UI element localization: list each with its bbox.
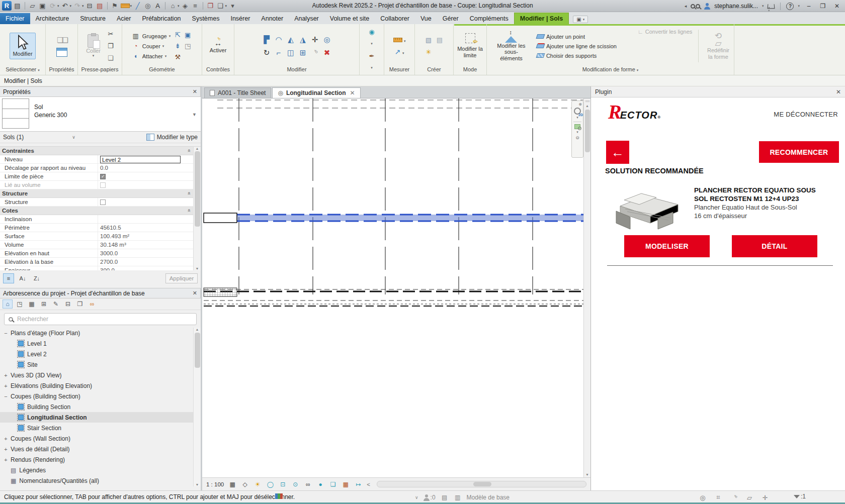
tree-toggle-icon[interactable]: + (3, 457, 9, 463)
detail-level-icon[interactable]: ▦ (228, 480, 236, 488)
tree-item-coupes-building-section-[interactable]: −Coupes (Building Section) (0, 391, 201, 401)
move-icon[interactable]: ✛ (310, 35, 319, 44)
restore-button[interactable]: ❐ (818, 3, 828, 10)
reveal-hidden-icon[interactable]: ∞ (304, 480, 312, 488)
cut-icon[interactable]: ✂ (106, 30, 115, 39)
copy-monitor-icon[interactable]: ❐ (206, 2, 215, 10)
wall-join-icon[interactable]: ⇱ (173, 31, 182, 40)
mirror-axis-icon[interactable]: ◭ (286, 35, 295, 44)
minimize-button[interactable]: – (804, 3, 814, 10)
temporary-hide-icon[interactable]: ● (316, 480, 324, 488)
model-button[interactable]: MODELISER (624, 235, 710, 257)
analytical-model-icon[interactable]: ↦ (354, 480, 362, 488)
isolate-icon[interactable]: ❏ (329, 480, 337, 488)
tree-toggle-icon[interactable]: + (3, 436, 9, 442)
windows-arrow[interactable]: ▾ (225, 4, 227, 8)
scale-control[interactable]: 1 : 100 (206, 481, 224, 487)
tree-item-building-section[interactable]: Building Section (0, 401, 201, 412)
sun-path-icon[interactable]: ☀ (254, 480, 262, 488)
home-arrow[interactable]: ▾ (178, 4, 180, 8)
mirror-draw-icon[interactable]: ◮ (298, 35, 307, 44)
shadows-icon[interactable]: ◯ (266, 480, 274, 488)
filter-arrow-icon[interactable]: ∨ (72, 135, 75, 140)
type-properties-icon[interactable]: ❏❏ (57, 36, 66, 45)
copy-icon[interactable]: ❐ (106, 42, 115, 51)
select-links-icon[interactable]: ◎ (698, 493, 707, 502)
restart-button[interactable]: RECOMMENCER (759, 141, 839, 163)
create-group-icon[interactable]: ▧ (424, 36, 433, 45)
manage-list-icon[interactable]: ≡ (191, 2, 200, 10)
demolish-icon[interactable]: ⚒ (173, 53, 182, 62)
save-icon[interactable]: ▣ (38, 2, 47, 10)
tree-item-site[interactable]: Site (0, 359, 201, 370)
property-value-input[interactable]: Level 2 (100, 156, 181, 163)
back-button[interactable]: ← (606, 141, 629, 164)
tree-item-rendus-rendering-[interactable]: +Rendus (Rendering) (0, 454, 201, 465)
paste-match-icon[interactable]: ❏ (106, 54, 115, 63)
crop-view-icon[interactable]: ⊡ (279, 480, 287, 488)
sheet-edit-icon[interactable]: ✎ (51, 299, 61, 309)
windows-icon[interactable]: ❑ (216, 2, 225, 10)
hidden-elements-arrow[interactable]: ▾ (371, 42, 373, 46)
override-graphics-icon[interactable]: ✒ (367, 51, 376, 60)
collapse-icon[interactable]: » (186, 149, 192, 152)
view-marker-icon[interactable]: ◈ (181, 2, 190, 10)
text-note-icon[interactable]: A (153, 2, 162, 10)
split-panel-icon[interactable]: ⊟ (63, 299, 73, 309)
add-point-button[interactable]: Ajouter un point (537, 34, 617, 40)
tab-g-rer[interactable]: Gérer (437, 13, 464, 24)
tree-item-vues-de-d-tail-detail-[interactable]: +Vues de détail (Detail) (0, 444, 201, 454)
modify-sub-elements-button[interactable]: Modifier les sous-éléments (492, 29, 531, 63)
horizontal-scrollbar[interactable] (377, 481, 586, 487)
link-icon[interactable]: ∞ (87, 299, 97, 309)
help-icon[interactable]: ? (786, 3, 794, 10)
plugin-close-icon[interactable]: ✕ (836, 88, 841, 95)
sort-default-icon[interactable]: ≡ (3, 273, 14, 283)
navbar-close-icon[interactable]: ⊗ (578, 102, 582, 107)
user-menu-arrow[interactable]: ▾ (762, 4, 764, 8)
zoom-region-icon[interactable] (574, 124, 580, 129)
checkbox-checked[interactable] (100, 174, 106, 179)
editing-requests[interactable]: :0 (424, 494, 436, 501)
export-doc-icon[interactable]: ▤ (96, 2, 104, 10)
paste-button[interactable]: Coller▾ (83, 33, 103, 60)
rotate-icon[interactable]: ↻ (262, 48, 271, 57)
tree-item-longitudinal-section[interactable]: Longitudinal Section (0, 412, 201, 423)
reveal-constraints-icon[interactable]: ▦ (342, 480, 350, 488)
property-section-structure[interactable]: Structure» (0, 189, 193, 198)
sort-za-icon[interactable]: Z↓ (31, 273, 42, 283)
undo-icon[interactable]: ↶ (61, 2, 69, 10)
element-filter[interactable]: Sols (1) (3, 134, 24, 141)
section-mark-icon[interactable]: ⚑ (111, 2, 119, 10)
trim-icon[interactable]: ⌐ (274, 48, 283, 57)
cut-profile-icon[interactable]: ◳ (183, 42, 192, 51)
tab-vue[interactable]: Vue (415, 13, 437, 24)
navigation-bar[interactable]: ⊗ ▾ ▾ ⊖ (571, 100, 583, 158)
hidden-elements-icon[interactable]: ◉ (367, 27, 376, 36)
tab-compl-ments[interactable]: Compléments (464, 13, 514, 24)
search-icon[interactable] (691, 4, 700, 9)
tree-scrollbar[interactable]: ▲▼ (193, 328, 201, 486)
sort-az-icon[interactable]: A↓ (17, 273, 28, 283)
geometry-couper[interactable]: ◔Couper▾ (131, 42, 171, 51)
redo-icon[interactable]: ↷ (73, 2, 81, 10)
panel-label-select[interactable]: Sélectionner ▾ (0, 66, 45, 75)
worksets-icon[interactable]: ▤ (441, 493, 449, 502)
visual-style-icon[interactable]: ◇ (241, 480, 249, 488)
home-icon[interactable]: ⌂ (3, 299, 13, 309)
offset-icon[interactable]: ◠ (274, 35, 283, 44)
open-folder-icon[interactable]: ▱ (28, 2, 37, 10)
pick-supports-button[interactable]: Choisir des supports (537, 53, 617, 59)
measure-tool-arrow[interactable]: ▾ (130, 4, 132, 8)
ui-toggle-icon[interactable]: ▤ (13, 2, 22, 10)
tab-collaborer[interactable]: Collaborer (375, 13, 415, 24)
array-icon[interactable]: ⊞ (298, 48, 307, 57)
duplicate-icon[interactable]: ❐ (75, 299, 85, 309)
tree-item-level-2[interactable]: Level 2 (0, 349, 201, 359)
select-by-face-icon[interactable]: ▱ (745, 493, 754, 502)
logout-link[interactable]: ME DÉCONNECTER (774, 111, 838, 118)
tab-pr-fabrication[interactable]: Préfabrication (136, 13, 186, 24)
sync-arrow[interactable]: ▾ (57, 4, 59, 8)
schedule-table-icon[interactable]: ⊞ (39, 299, 49, 309)
edit-type-button[interactable]: Modifier le type (146, 134, 198, 141)
